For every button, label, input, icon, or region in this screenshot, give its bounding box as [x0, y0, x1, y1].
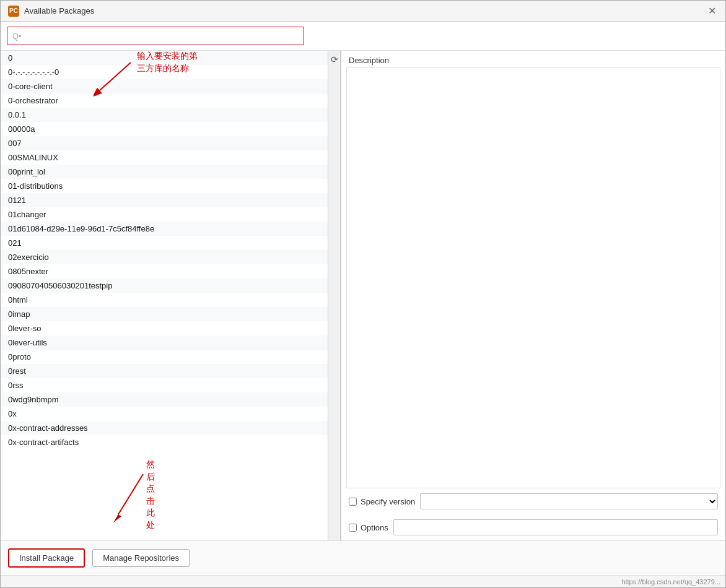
list-item[interactable]: 00000a: [1, 122, 328, 136]
list-item[interactable]: 0.0.1: [1, 108, 328, 122]
right-panel: Description Specify version Options: [341, 51, 725, 540]
specify-version-label[interactable]: Specify version: [349, 497, 415, 506]
list-item[interactable]: 0html: [1, 293, 328, 307]
list-item[interactable]: 00SMALINUX: [1, 150, 328, 165]
left-panel: 00-.-.-.-.-.-.-.-.-00-core-client0-orche…: [1, 51, 328, 540]
refresh-button[interactable]: ⟳: [331, 54, 338, 64]
list-item[interactable]: 021: [1, 236, 328, 250]
list-item[interactable]: 0x-contract-addresses: [1, 421, 328, 435]
list-item[interactable]: 0-orchestrator: [1, 93, 328, 108]
package-list: 00-.-.-.-.-.-.-.-.-00-core-client0-orche…: [1, 51, 328, 540]
list-item[interactable]: 0805nexter: [1, 264, 328, 279]
install-package-button[interactable]: Install Package: [8, 548, 85, 568]
list-item[interactable]: 090807040506030201testpip: [1, 279, 328, 293]
list-item[interactable]: 02exercicio: [1, 250, 328, 264]
list-item[interactable]: 0wdg9nbmpm: [1, 392, 328, 407]
status-bar: https://blog.csdn.net/qq_43279...: [1, 575, 725, 587]
refresh-panel: ⟳: [328, 51, 341, 540]
description-content: [346, 67, 720, 488]
specify-version-checkbox[interactable]: [349, 498, 357, 506]
list-item[interactable]: 01changer: [1, 207, 328, 222]
list-item[interactable]: 0x: [1, 407, 328, 421]
list-item[interactable]: 01-distributions: [1, 179, 328, 193]
list-item[interactable]: 0proto: [1, 350, 328, 364]
version-dropdown[interactable]: [420, 493, 718, 509]
list-item[interactable]: 00print_lol: [1, 165, 328, 179]
description-label: Description: [341, 51, 725, 67]
title-bar-left: PC Available Packages: [8, 6, 94, 17]
search-input[interactable]: [7, 27, 304, 45]
footer: Install Package Manage Repositories: [1, 540, 725, 575]
content-area: 00-.-.-.-.-.-.-.-.-00-core-client0-orche…: [1, 51, 725, 540]
status-url: https://blog.csdn.net/qq_43279...: [621, 578, 720, 586]
close-button[interactable]: ✕: [706, 5, 718, 17]
dialog-title: Available Packages: [24, 6, 94, 15]
options-checkbox[interactable]: [349, 524, 357, 532]
app-icon: PC: [8, 6, 19, 17]
manage-repositories-button[interactable]: Manage Repositories: [92, 549, 190, 567]
list-item[interactable]: 0: [1, 51, 328, 65]
list-item[interactable]: 0121: [1, 193, 328, 207]
list-item[interactable]: 0rest: [1, 364, 328, 378]
options-input[interactable]: [393, 519, 718, 535]
list-item[interactable]: 0imap: [1, 307, 328, 321]
list-item[interactable]: 0-.-.-.-.-.-.-.-.-0: [1, 65, 328, 79]
list-item[interactable]: 0lever-utils: [1, 335, 328, 350]
list-item[interactable]: 0x-contract-artifacts: [1, 435, 328, 449]
options-label[interactable]: Options: [349, 523, 388, 532]
specify-version-row: Specify version: [341, 488, 725, 514]
left-wrapper: 00-.-.-.-.-.-.-.-.-00-core-client0-orche…: [1, 51, 341, 540]
options-row: Options: [341, 514, 725, 540]
list-item[interactable]: 0lever-so: [1, 321, 328, 335]
list-item[interactable]: 0rss: [1, 378, 328, 392]
list-item[interactable]: 0-core-client: [1, 79, 328, 93]
search-bar: [1, 22, 725, 51]
available-packages-dialog: PC Available Packages ✕ 00-.-.-.-.-.-.-.…: [0, 0, 726, 588]
title-bar: PC Available Packages ✕: [1, 1, 725, 22]
list-item[interactable]: 007: [1, 136, 328, 150]
list-item[interactable]: 01d61084-d29e-11e9-96d1-7c5cf84ffe8e: [1, 222, 328, 236]
